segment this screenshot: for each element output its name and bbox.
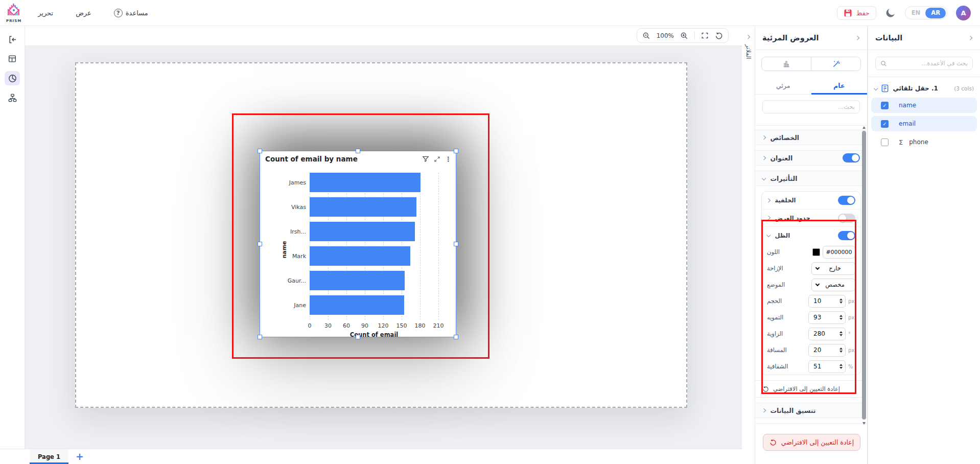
resize-handle-sw[interactable]: [258, 335, 262, 339]
dataset-group-row[interactable]: 1. حقل تلقائي (3 cols): [868, 79, 980, 98]
design-canvas[interactable]: Count of email by name ⋮ name 0306090120…: [25, 46, 742, 449]
opacity-input[interactable]: 51: [808, 360, 846, 373]
angle-stepper[interactable]: [839, 331, 843, 336]
effect-borders[interactable]: حدود العرض: [762, 209, 860, 226]
title-toggle[interactable]: [843, 153, 860, 163]
page-tab-1[interactable]: Page 1: [30, 449, 68, 464]
distance-stepper[interactable]: [839, 347, 843, 353]
lang-option-en[interactable]: EN: [906, 9, 925, 16]
color-swatch[interactable]: [812, 248, 820, 256]
chart-type-button[interactable]: [762, 57, 811, 71]
menu-help[interactable]: ? مساعدة: [114, 9, 148, 17]
style-magic-button[interactable]: [811, 57, 860, 71]
blur-stepper[interactable]: [839, 315, 843, 320]
menu-edit[interactable]: تحرير: [38, 9, 53, 17]
bar-Jane[interactable]: [310, 295, 404, 315]
resize-handle-w[interactable]: [258, 242, 262, 246]
resize-handle-e[interactable]: [454, 242, 458, 246]
collapse-viz-panel-icon[interactable]: [855, 35, 859, 40]
language-toggle[interactable]: EN AR: [905, 6, 947, 19]
flow-view-button[interactable]: [5, 90, 20, 105]
shadow-opacity-row: الشفافية 51 %: [762, 358, 860, 375]
reset-to-default-button[interactable]: إعادة التعيين إلى الافتراضي: [763, 434, 860, 451]
menu-view[interactable]: عرض: [76, 9, 91, 17]
shadow-toggle[interactable]: [838, 231, 855, 240]
x-tick-label: 0: [308, 322, 312, 329]
bar-Vikas[interactable]: [310, 197, 416, 217]
section-effects[interactable]: التأثيرات: [755, 171, 867, 186]
bar-Irsh[interactable]: [310, 222, 415, 241]
column-search-input[interactable]: [891, 60, 968, 67]
field-row-email[interactable]: ✓ email: [871, 116, 977, 131]
email-checkbox[interactable]: ✓: [881, 120, 889, 128]
resize-handle-n[interactable]: [356, 149, 360, 153]
bar-Mark[interactable]: [310, 246, 410, 266]
section-title[interactable]: العنوان: [755, 150, 867, 166]
zoom-out-icon[interactable]: [642, 32, 650, 40]
tab-visual[interactable]: مرئي: [755, 77, 811, 94]
color-hex-input[interactable]: #000000: [823, 246, 855, 259]
layout-view-button[interactable]: [5, 52, 20, 66]
user-avatar[interactable]: A: [956, 6, 971, 20]
fit-screen-icon[interactable]: [701, 32, 709, 39]
save-button[interactable]: حفظ: [837, 6, 876, 20]
field-row-name[interactable]: ✓ name: [871, 98, 977, 113]
lang-option-ar[interactable]: AR: [925, 8, 946, 18]
pie-chart-icon: [8, 74, 17, 83]
scroll-up-arrow[interactable]: [862, 126, 866, 129]
name-checkbox[interactable]: ✓: [881, 102, 889, 109]
size-stepper[interactable]: [839, 298, 843, 304]
chart-widget[interactable]: Count of email by name ⋮ name 0306090120…: [260, 151, 456, 337]
expand-icon[interactable]: [434, 156, 440, 163]
dataset-file-icon: [881, 84, 889, 92]
filters-collapsed-panel[interactable]: الفلاتر: [742, 26, 755, 464]
viz-search-input[interactable]: [767, 103, 855, 110]
bar-James[interactable]: [310, 173, 421, 192]
field-row-phone[interactable]: Σ phone: [871, 134, 977, 150]
add-page-button[interactable]: +: [76, 452, 84, 461]
dark-mode-moon-icon[interactable]: [885, 7, 896, 18]
resize-handle-ne[interactable]: [454, 149, 458, 153]
blur-input[interactable]: 93: [808, 311, 846, 324]
opacity-stepper[interactable]: [839, 364, 843, 369]
bar-Gaur[interactable]: [310, 271, 405, 290]
offset-select[interactable]: خارج: [811, 262, 855, 275]
section-tooltips-clipped[interactable]: أدوات التلميح: [755, 423, 867, 426]
collapse-panel-button[interactable]: [5, 32, 20, 47]
collapse-data-panel-icon[interactable]: [968, 35, 972, 40]
app-logo[interactable]: PRISM: [6, 3, 21, 23]
x-tick-label: 60: [343, 322, 350, 329]
reset-view-icon[interactable]: [715, 32, 723, 40]
charts-view-button[interactable]: [5, 71, 20, 85]
size-input[interactable]: 10: [808, 295, 846, 308]
position-select[interactable]: مخصص: [811, 279, 855, 291]
reset-icon: [769, 439, 777, 446]
borders-toggle[interactable]: [838, 214, 855, 223]
resize-handle-se[interactable]: [454, 335, 458, 339]
y-category-label: James: [289, 173, 306, 192]
background-toggle[interactable]: [838, 196, 855, 205]
shadow-blur-row: التمويه 93 px: [762, 309, 860, 326]
reset-shadow-defaults-link[interactable]: إعادة التعيين إلى الافتراضي: [755, 380, 867, 398]
expand-filters-icon[interactable]: [746, 35, 751, 39]
effect-background[interactable]: الخلفية: [762, 192, 860, 209]
scrollbar-thumb[interactable]: [862, 131, 866, 420]
viz-search: [762, 100, 860, 113]
effect-shadow[interactable]: الظل: [762, 226, 860, 244]
scroll-down-arrow[interactable]: [862, 422, 866, 425]
filter-funnel-icon[interactable]: [422, 155, 429, 163]
chart-card-icons: ⋮: [422, 155, 452, 163]
angle-input[interactable]: 280: [808, 328, 846, 340]
dataset-column-count: (3 cols): [954, 85, 974, 91]
zoom-in-icon[interactable]: [680, 32, 688, 40]
resize-handle-nw[interactable]: [258, 149, 262, 153]
section-properties[interactable]: الخصائص: [755, 130, 867, 145]
distance-input[interactable]: 20: [808, 344, 846, 357]
zoom-level: 100%: [657, 32, 674, 39]
viz-tabs: مرئي عام: [755, 77, 867, 95]
phone-checkbox[interactable]: [881, 138, 889, 146]
chart-menu-icon[interactable]: ⋮: [445, 156, 452, 163]
section-data-format[interactable]: تنسيق البيانات: [755, 403, 867, 418]
tab-general[interactable]: عام: [811, 77, 868, 94]
resize-handle-s[interactable]: [356, 335, 360, 339]
